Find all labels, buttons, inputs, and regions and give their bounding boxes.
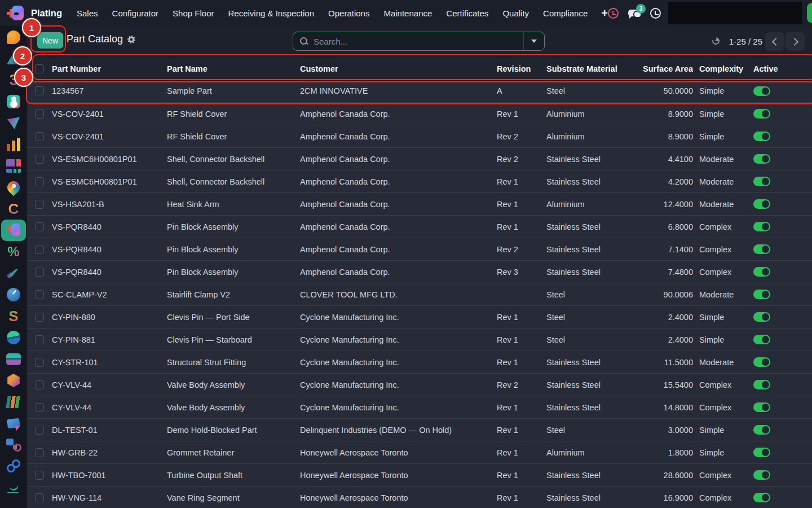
active-toggle[interactable]	[753, 244, 770, 254]
row-checkbox[interactable]	[35, 110, 44, 119]
row-checkbox[interactable]	[35, 245, 44, 254]
pager-prev-button[interactable]	[765, 32, 784, 51]
checkmark-app-icon[interactable]	[0, 262, 27, 284]
table-row[interactable]: VS-COV-2401 RF Shield Cover Amphenol Can…	[27, 125, 812, 147]
active-toggle[interactable]	[753, 222, 770, 231]
menu-item-configurator[interactable]: Configurator	[112, 8, 159, 18]
search-input[interactable]	[308, 32, 523, 50]
table-row[interactable]: SC-CLAMP-V2 Stairlift Clamp V2 CLOVER TO…	[27, 283, 812, 305]
menu-item-certificates[interactable]: Certificates	[446, 8, 488, 18]
active-toggle[interactable]	[753, 402, 770, 412]
row-checkbox[interactable]	[35, 380, 44, 389]
select-all-checkbox[interactable]	[35, 64, 44, 73]
active-toggle[interactable]	[753, 290, 770, 299]
row-checkbox[interactable]	[35, 290, 44, 299]
table-row[interactable]: HW-GRB-22 Grommet Retainer Honeywell Aer…	[27, 441, 812, 463]
signature-app-icon[interactable]	[0, 477, 27, 498]
messages-icon[interactable]: 3	[628, 8, 641, 18]
app-logo-icon[interactable]	[7, 5, 26, 21]
row-checkbox[interactable]	[35, 471, 44, 480]
plating-app-icon[interactable]	[1, 220, 26, 241]
active-toggle[interactable]	[753, 493, 770, 502]
column-header-substrate-material[interactable]: Substrate Material	[546, 64, 626, 73]
color-tiles-app-icon[interactable]	[0, 155, 27, 177]
table-row[interactable]: CY-VLV-44 Valve Body Assembly Cyclone Ma…	[27, 396, 812, 418]
user-avatar[interactable]: A	[807, 3, 812, 23]
column-header-revision[interactable]: Revision	[497, 64, 546, 73]
row-checkbox[interactable]	[35, 268, 44, 277]
active-toggle[interactable]	[753, 177, 770, 186]
row-checkbox[interactable]	[35, 132, 44, 141]
row-checkbox[interactable]	[35, 313, 44, 322]
table-row[interactable]: CY-VLV-44 Valve Body Assembly Cyclone Ma…	[27, 373, 812, 396]
table-row[interactable]: CY-PIN-880 Clevis Pin — Port Side Cyclon…	[27, 305, 812, 328]
row-checkbox[interactable]	[35, 86, 44, 95]
refresh-icon[interactable]	[710, 36, 721, 46]
table-row[interactable]: 1234567 Sample Part 2CM INNOVATIVE A Ste…	[27, 80, 812, 102]
clock-app-icon[interactable]	[0, 284, 27, 305]
column-header-customer[interactable]: Customer	[300, 64, 497, 73]
layers-app-icon[interactable]	[0, 348, 27, 370]
column-header-surface-area[interactable]: Surface Area	[626, 64, 693, 73]
menu-item-maintenance[interactable]: Maintenance	[383, 8, 432, 18]
row-checkbox[interactable]	[35, 200, 44, 209]
activity-clock-icon[interactable]	[608, 8, 619, 19]
pager-next-button[interactable]	[785, 32, 805, 51]
active-toggle[interactable]	[753, 132, 770, 141]
table-row[interactable]: VS-PQR8440 Pin Block Assembly Amphenol C…	[27, 260, 812, 283]
menu-item-compliance[interactable]: Compliance	[543, 8, 588, 18]
table-row[interactable]: VS-ESMC6H00801P01 Shell, Connector Backs…	[27, 147, 812, 170]
gear-icon[interactable]	[127, 36, 135, 43]
table-row[interactable]: VS-ESMC6H00801P01 Shell, Connector Backs…	[27, 170, 812, 192]
contacts-app-icon[interactable]	[0, 91, 27, 112]
table-row[interactable]: VS-PQR8440 Pin Block Assembly Amphenol C…	[27, 215, 812, 238]
menu-item-shop-floor[interactable]: Shop Floor	[173, 8, 214, 18]
search-dropdown-caret-icon[interactable]	[523, 32, 544, 50]
table-row[interactable]: HW-VNG-114 Vane Ring Segment Honeywell A…	[27, 486, 812, 508]
row-checkbox[interactable]	[35, 426, 44, 435]
row-checkbox[interactable]	[35, 155, 44, 164]
active-toggle[interactable]	[753, 335, 770, 344]
menu-item-sales[interactable]: Sales	[77, 8, 98, 18]
globe-app-icon[interactable]	[0, 327, 27, 348]
column-header-part-name[interactable]: Part Name	[167, 64, 300, 73]
row-checkbox[interactable]	[35, 358, 44, 367]
active-toggle[interactable]	[753, 448, 770, 457]
row-checkbox[interactable]	[35, 448, 44, 457]
table-row[interactable]: VS-HSA201-B Heat Sink Arm Amphenol Canad…	[27, 192, 812, 215]
row-checkbox[interactable]	[35, 177, 44, 186]
add-menu-icon[interactable]: +	[601, 7, 608, 19]
clock-icon[interactable]	[650, 8, 661, 19]
bar-chart-app-icon[interactable]	[0, 134, 27, 155]
table-row[interactable]: VS-COV-2401 RF Shield Cover Amphenol Can…	[27, 102, 812, 125]
active-toggle[interactable]	[753, 380, 770, 389]
discuss-balloon-app-icon[interactable]	[0, 27, 27, 48]
row-checkbox[interactable]	[35, 335, 44, 344]
books-app-icon[interactable]	[0, 391, 27, 413]
table-row[interactable]: DL-TEST-01 Demo Hold-Blocked Part Delinq…	[27, 418, 812, 441]
column-header-complexity[interactable]: Complexity	[693, 64, 752, 73]
row-checkbox[interactable]	[35, 403, 44, 412]
active-toggle[interactable]	[753, 86, 770, 96]
table-row[interactable]: CY-STR-101 Structural Strut Fitting Cycl…	[27, 351, 812, 373]
new-button[interactable]: New	[37, 32, 63, 49]
table-row[interactable]: HW-TBO-7001 Turbine Output Shaft Honeywe…	[27, 463, 812, 486]
menu-item-operations[interactable]: Operations	[328, 8, 369, 18]
active-toggle[interactable]	[753, 357, 770, 367]
menu-item-receiving-inspection[interactable]: Receiving & Inspection	[228, 8, 314, 18]
active-toggle[interactable]	[753, 154, 770, 164]
active-toggle[interactable]	[753, 199, 770, 209]
arrow-app-icon[interactable]	[0, 112, 27, 134]
active-toggle[interactable]	[753, 425, 770, 435]
table-row[interactable]: VS-PQR8440 Pin Block Assembly Amphenol C…	[27, 238, 812, 260]
active-toggle[interactable]	[753, 109, 770, 119]
letter-c-app-icon[interactable]	[0, 198, 27, 220]
numeral-3-app-icon[interactable]	[0, 69, 27, 91]
app-name[interactable]: Plating	[31, 8, 62, 19]
links-app-icon[interactable]	[0, 456, 27, 477]
active-toggle[interactable]	[753, 470, 770, 480]
percent-app-icon[interactable]	[0, 241, 27, 262]
column-header-active[interactable]: Active	[752, 64, 812, 73]
column-header-part-number[interactable]: Part Number	[52, 64, 167, 73]
map-pin-app-icon[interactable]	[0, 177, 27, 198]
